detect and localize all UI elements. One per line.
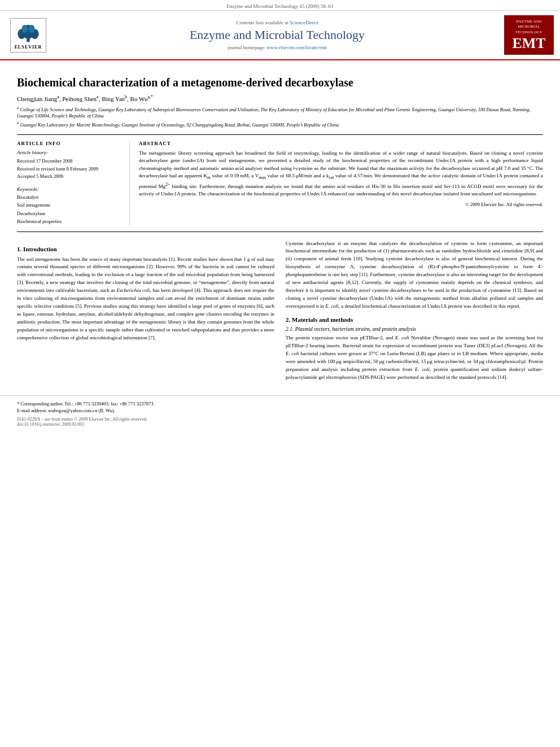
keywords-section: Keywords: Biocatalyst Soil metagenome De… xyxy=(17,186,123,226)
affiliations: a College of Life Science and Technology… xyxy=(17,106,543,129)
science-direct-line: Contents lists available at ScienceDirec… xyxy=(237,20,318,25)
affil-marker-a2: a xyxy=(97,94,99,99)
corresp-marker: * xyxy=(151,94,153,99)
journal-title-header: Enzyme and Microbial Technology xyxy=(190,28,365,42)
doi-text: doi:10.1016/j.enzmictec.2009.03.003 xyxy=(17,422,84,427)
right-column-intro-text: Cysteine decarboxylase is an enzyme that… xyxy=(286,240,543,311)
journal-header: ELSEVIER Contents lists available at Sci… xyxy=(0,11,560,60)
article-info-header: ARTICLE INFO xyxy=(17,141,123,146)
elsevier-label: ELSEVIER xyxy=(15,45,42,50)
authors-line: Chengjian Jianga, Peihong Shena, Bing Ya… xyxy=(17,94,543,102)
paper-title: Biochemical characterization of a metage… xyxy=(17,75,543,90)
abstract-text: The metagenomic library screening approa… xyxy=(139,150,543,198)
doi-line: doi:10.1016/j.enzmictec.2009.03.003 xyxy=(17,422,543,427)
body-divider xyxy=(17,231,543,232)
introduction-text: The soil metagenome has been the source … xyxy=(17,256,274,342)
emt-logo: ENZYME ANDMICROBIALTECHNOLOGY EMT xyxy=(504,15,554,55)
left-column: 1. Introduction The soil metagenome has … xyxy=(17,240,274,382)
keyword-3: Decarboxylase xyxy=(17,209,123,217)
emt-logo-box: ENZYME ANDMICROBIALTECHNOLOGY EMT xyxy=(504,15,554,55)
received-date: Received 17 December 2008 xyxy=(17,158,123,165)
revised-date: Received in revised form 8 February 2009 xyxy=(17,165,123,173)
article-info-abstract-section: ARTICLE INFO Article history: Received 1… xyxy=(17,141,543,226)
page-wrapper: Enzyme and Microbial Technology 45 (2009… xyxy=(0,0,560,747)
emt-logo-top-text: ENZYME ANDMICROBIALTECHNOLOGY xyxy=(515,19,542,34)
keywords-label: Keywords: xyxy=(17,186,123,192)
affiliation-a: a College of Life Science and Technology… xyxy=(17,106,543,120)
plasmid-section-heading: 2.1. Plasmid vectors, bacterium strains,… xyxy=(286,326,543,332)
affil-super-b: b xyxy=(17,121,19,125)
keyword-1: Biocatalyst xyxy=(17,193,123,201)
svg-point-5 xyxy=(29,25,35,33)
emt-logo-letters: EMT xyxy=(512,36,545,51)
materials-methods-heading: 2. Materials and methods xyxy=(286,316,543,323)
affiliation-a-text: College of Life Science and Technology, … xyxy=(17,106,530,119)
email-note: E-mail address: wubogxu@yahoo.com.cn (B.… xyxy=(17,407,543,414)
journal-homepage-link[interactable]: www.elsevier.com/locate/emt xyxy=(267,45,327,50)
footer-bar: 0141-0229/$ – see front matter © 2009 El… xyxy=(17,417,543,427)
affil-marker-a1: a xyxy=(57,94,59,99)
elsevier-logo-box: ELSEVIER xyxy=(10,18,46,53)
keyword-4: Biochemical properties xyxy=(17,217,123,225)
corresponding-author-text: * Corresponding author. Tel.: +86 771 32… xyxy=(17,401,155,407)
body-section: 1. Introduction The soil metagenome has … xyxy=(17,240,543,382)
issn-line: 0141-0229/$ – see front matter © 2009 El… xyxy=(17,417,543,422)
corresponding-author-note: * Corresponding author. Tel.: +86 771 32… xyxy=(17,400,543,408)
plasmid-section-text: The protein expression vector was pETBlu… xyxy=(286,334,543,382)
right-column: Cysteine decarboxylase is an enzyme that… xyxy=(286,240,543,382)
article-history-items: Received 17 December 2008 Received in re… xyxy=(17,158,123,181)
elsevier-logo: ELSEVIER xyxy=(6,15,51,55)
affil-super-a: a xyxy=(17,106,19,110)
section-divider xyxy=(17,134,543,135)
keyword-2: Soil metagenome xyxy=(17,201,123,209)
homepage-label: journal homepage: xyxy=(228,45,265,50)
introduction-heading: 1. Introduction xyxy=(17,246,274,252)
journal-header-center: Contents lists available at ScienceDirec… xyxy=(56,15,498,55)
affiliation-b: b Guangxi Key Laboratory for Marine Biot… xyxy=(17,121,543,129)
affil-marker-b: b xyxy=(125,94,127,99)
contents-label: Contents lists available at xyxy=(237,20,288,25)
elsevier-tree-icon xyxy=(14,21,42,43)
article-history-label: Article history: xyxy=(17,150,123,155)
affiliation-b-text: Guangxi Key Laboratory for Marine Biotec… xyxy=(20,122,339,128)
email-text: E-mail address: wubogxu@yahoo.com.cn (B.… xyxy=(17,408,115,413)
accepted-date: Accepted 5 March 2009 xyxy=(17,173,123,181)
journal-info-bar: Enzyme and Microbial Technology 45 (2009… xyxy=(0,0,560,11)
abstract-column: ABSTRACT The metagenomic library screeni… xyxy=(139,141,543,226)
main-content: Biochemical characterization of a metage… xyxy=(0,60,560,387)
journal-citation: Enzyme and Microbial Technology 45 (2009… xyxy=(226,3,333,9)
keywords-list: Biocatalyst Soil metagenome Decarboxylas… xyxy=(17,193,123,226)
copyright-line: © 2009 Elsevier Inc. All rights reserved… xyxy=(139,202,543,207)
abstract-header: ABSTRACT xyxy=(139,141,543,146)
science-direct-link[interactable]: ScienceDirect xyxy=(290,20,318,25)
journal-homepage-line: journal homepage: www.elsevier.com/locat… xyxy=(228,45,327,50)
footer-section: * Corresponding author. Tel.: +86 771 32… xyxy=(0,395,560,431)
article-info-column: ARTICLE INFO Article history: Received 1… xyxy=(17,141,130,226)
svg-point-4 xyxy=(21,25,28,33)
